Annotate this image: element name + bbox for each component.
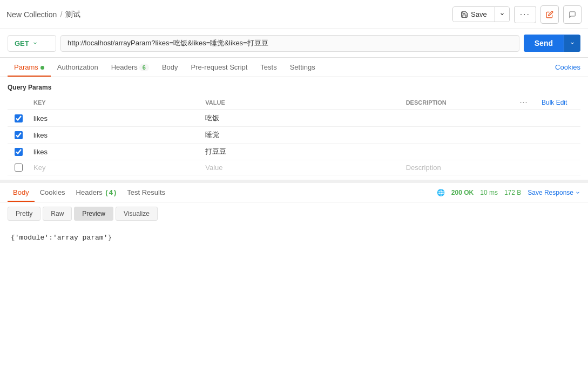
- cookies-link[interactable]: Cookies: [555, 58, 580, 77]
- col-header-key: KEY: [29, 96, 201, 110]
- query-params-section: Query Params KEY VALUE DESCRIPTION ··· B…: [0, 77, 588, 175]
- save-button-group: Save: [452, 6, 510, 22]
- bulk-edit-button[interactable]: Bulk Edit: [542, 99, 567, 106]
- response-tabs: Body Cookies Headers (4) Test Results 🌐 …: [0, 183, 588, 202]
- resp-tab-test-results[interactable]: Test Results: [121, 183, 171, 202]
- method-label: GET: [15, 39, 29, 47]
- row-2-key[interactable]: likes: [29, 128, 201, 142]
- row-2-value[interactable]: 睡觉: [201, 127, 401, 143]
- row-2-description[interactable]: [402, 132, 516, 138]
- tab-authorization[interactable]: Authorization: [51, 58, 105, 77]
- row-3-checkbox[interactable]: [15, 148, 23, 156]
- globe-icon: 🌐: [437, 189, 445, 196]
- tab-settings[interactable]: Settings: [283, 58, 322, 77]
- col-header-more: ···: [516, 96, 537, 110]
- table-row: likes 打豆豆: [8, 144, 580, 160]
- breadcrumb: New Collection / 测试: [6, 10, 452, 19]
- send-chevron-button[interactable]: [564, 35, 580, 52]
- tab-tests[interactable]: Tests: [254, 58, 283, 77]
- collection-name[interactable]: New Collection: [6, 10, 57, 19]
- request-tabs: Params Authorization Headers6 Body Pre-r…: [0, 58, 588, 77]
- col-header-value: VALUE: [201, 96, 401, 110]
- url-bar: GET Send: [0, 29, 588, 58]
- params-table: KEY VALUE DESCRIPTION ··· Bulk Edit like…: [8, 96, 580, 175]
- send-button[interactable]: Send: [524, 35, 564, 52]
- resp-tab-headers[interactable]: Headers (4): [71, 183, 122, 202]
- row-empty-desc-placeholder[interactable]: Description: [402, 160, 516, 175]
- row-1-value[interactable]: 吃饭: [201, 110, 401, 126]
- col-header-check: [8, 96, 29, 110]
- breadcrumb-separator: /: [60, 10, 62, 19]
- response-status: 200 OK: [451, 189, 474, 196]
- top-bar: New Collection / 测试 Save ···: [0, 0, 588, 29]
- table-row: likes 睡觉: [8, 127, 580, 144]
- query-params-title: Query Params: [8, 84, 580, 91]
- tab-body[interactable]: Body: [156, 58, 185, 77]
- edit-icon-button[interactable]: [540, 5, 559, 24]
- save-button[interactable]: Save: [453, 7, 495, 22]
- params-dot: [40, 66, 44, 70]
- url-input[interactable]: [60, 35, 519, 52]
- method-selector[interactable]: GET: [8, 35, 56, 52]
- more-options-button[interactable]: ···: [514, 6, 536, 23]
- tab-pre-request[interactable]: Pre-request Script: [185, 58, 254, 77]
- save-chevron-button[interactable]: [495, 7, 509, 22]
- pencil-icon: [546, 11, 553, 18]
- resp-tab-body[interactable]: Body: [8, 183, 35, 202]
- col-header-bulk: Bulk Edit: [537, 96, 580, 110]
- row-1-checkbox[interactable]: [15, 114, 23, 122]
- view-tabs: Pretty Raw Preview Visualize: [0, 202, 588, 225]
- top-bar-actions: Save ···: [452, 5, 582, 24]
- row-2-checkbox[interactable]: [15, 131, 23, 139]
- table-row-empty: Key Value Description: [8, 160, 580, 175]
- col-header-description: DESCRIPTION: [402, 96, 516, 110]
- resp-tab-cookies[interactable]: Cookies: [35, 183, 71, 202]
- request-name[interactable]: 测试: [65, 10, 80, 19]
- view-tab-visualize[interactable]: Visualize: [116, 207, 158, 221]
- row-3-description[interactable]: [402, 148, 516, 155]
- response-body-content: {'module':'array param'}: [11, 234, 112, 242]
- view-tab-raw[interactable]: Raw: [43, 207, 72, 221]
- view-tab-preview[interactable]: Preview: [74, 207, 113, 221]
- view-tab-pretty[interactable]: Pretty: [8, 207, 40, 221]
- comment-icon-button[interactable]: [563, 5, 582, 24]
- response-time: 10 ms: [480, 189, 498, 196]
- response-meta: 🌐 200 OK 10 ms 172 B Save Response: [437, 189, 580, 196]
- row-empty-value-placeholder[interactable]: Value: [201, 160, 401, 175]
- row-empty-checkbox[interactable]: [15, 163, 23, 172]
- tab-params[interactable]: Params: [8, 58, 51, 77]
- row-1-key[interactable]: likes: [29, 111, 201, 126]
- save-icon: [461, 11, 468, 18]
- send-chevron-icon: [570, 40, 575, 46]
- response-area: Body Cookies Headers (4) Test Results 🌐 …: [0, 180, 588, 250]
- row-1-description[interactable]: [402, 115, 516, 121]
- row-3-value[interactable]: 打豆豆: [201, 144, 401, 160]
- comment-icon: [569, 11, 576, 18]
- tab-headers[interactable]: Headers6: [105, 58, 156, 77]
- row-3-key[interactable]: likes: [29, 145, 201, 159]
- row-empty-key-placeholder[interactable]: Key: [29, 160, 201, 175]
- response-body: {'module':'array param'}: [0, 225, 588, 250]
- method-chevron-icon: [32, 40, 38, 46]
- chevron-down-icon: [499, 11, 505, 17]
- send-button-group: Send: [524, 35, 580, 52]
- response-size: 172 B: [504, 189, 521, 196]
- table-row: likes 吃饭: [8, 110, 580, 127]
- save-response-chevron-icon: [575, 190, 580, 195]
- save-response-button[interactable]: Save Response: [528, 189, 580, 196]
